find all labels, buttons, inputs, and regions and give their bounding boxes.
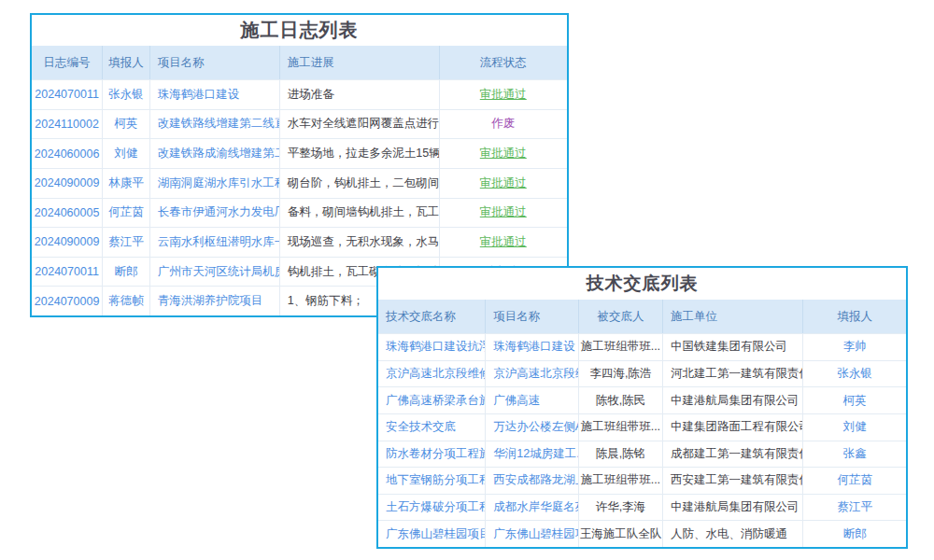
- table-row: 防水卷材分项工程施...华润12城房建工...陈晨,陈铭成都建工第一建筑有限责任…: [378, 441, 906, 468]
- table-row: 2024090009林康平湖南洞庭湖水库引水工程...砌台阶，钩机排土，二包砌间…: [32, 168, 567, 198]
- cell-project[interactable]: 广州市天河区统计局机房...: [150, 258, 280, 287]
- page-title: 施工日志列表: [32, 15, 567, 46]
- cell-reporter[interactable]: 张鑫: [803, 441, 906, 468]
- cell-name[interactable]: 广佛高速桥梁承台施...: [378, 387, 486, 413]
- cell-reporter[interactable]: 蔡江平: [803, 495, 906, 521]
- table-row: 2024060005何芷茵长春市伊通河水力发电厂...备料，砌间墙钩机排土，瓦工…: [32, 198, 567, 228]
- column-header-reporter: 填报人: [103, 46, 149, 79]
- cell-project[interactable]: 长春市伊通河水力发电厂...: [150, 199, 280, 228]
- cell-recipient: 施工班组带班...: [579, 468, 663, 494]
- cell-reporter[interactable]: 柯英: [103, 110, 149, 139]
- cell-project[interactable]: 广东佛山碧桂园项目: [486, 521, 578, 547]
- cell-name[interactable]: 土石方爆破分项工程...: [378, 495, 486, 521]
- table-row: 京沪高速北京段维修...京沪高速北京段维修李四海,陈浩河北建工第一建筑有限责任公…: [378, 360, 906, 387]
- cell-reporter[interactable]: 刘健: [103, 139, 149, 168]
- cell-reporter[interactable]: 林康平: [103, 169, 149, 198]
- cell-project[interactable]: 珠海鹤港口建设: [486, 334, 578, 360]
- cell-progress: 平整场地，拉走多余泥土15辆...: [280, 139, 440, 168]
- cell-id[interactable]: 2024110002: [32, 110, 103, 139]
- cell-unit: 成都建工第一建筑有限责任公司: [663, 441, 803, 468]
- cell-progress: 水车对全线遮阳网覆盖点进行...: [280, 110, 440, 139]
- cell-id[interactable]: 2024060006: [32, 139, 103, 168]
- cell-reporter[interactable]: 蒋德帧: [103, 287, 149, 315]
- cell-name[interactable]: 京沪高速北京段维修...: [378, 361, 486, 387]
- cell-id[interactable]: 2024070011: [32, 258, 103, 287]
- cell-recipient: 施工班组带班...: [579, 334, 663, 360]
- cell-project[interactable]: 华润12城房建工...: [486, 441, 578, 468]
- column-header-status: 流程状态: [440, 46, 567, 79]
- cell-reporter[interactable]: 何芷茵: [803, 468, 906, 494]
- column-header-reporter: 填报人: [803, 300, 906, 333]
- cell-project[interactable]: 万达办公楼左侧A...: [486, 414, 578, 441]
- page-title: 技术交底列表: [378, 268, 906, 300]
- table-row: 地下室钢筋分项工程...西安成都路龙湖上...施工班组带班...西安建工第一建筑…: [378, 467, 906, 494]
- cell-project[interactable]: 改建铁路成渝线增建第二...: [150, 139, 280, 168]
- cell-recipient: 陈晨,陈铭: [579, 441, 663, 468]
- cell-id[interactable]: 2024070011: [32, 80, 103, 109]
- cell-recipient: 王海施工队全队: [579, 521, 663, 547]
- cell-reporter[interactable]: 断郎: [803, 521, 906, 547]
- cell-progress: 砌台阶，钩机排土，二包砌间...: [280, 169, 440, 198]
- table-row: 2024070011张永银珠海鹤港口建设进场准备审批通过: [32, 79, 567, 109]
- cell-project[interactable]: 青海洪湖养护院项目: [150, 287, 280, 315]
- table-header-row: 技术交底名称项目名称被交底人施工单位填报人: [378, 300, 906, 333]
- cell-project[interactable]: 改建铁路线增建第二线直...: [150, 110, 280, 139]
- cell-recipient: 李四海,陈浩: [579, 361, 663, 387]
- cell-recipient: 施工班组带班...: [579, 414, 663, 441]
- cell-reporter[interactable]: 刘健: [803, 414, 906, 441]
- cell-status[interactable]: 审批通过: [440, 80, 567, 109]
- table-row: 土石方爆破分项工程...成都水岸华庭名苑...许华,李海中建港航局集团有限公司蔡…: [378, 494, 906, 521]
- cell-project[interactable]: 京沪高速北京段维修: [486, 361, 578, 387]
- cell-reporter[interactable]: 蔡江平: [103, 228, 149, 257]
- table-row: 安全技术交底万达办公楼左侧A...施工班组带班...中建集团路面工程有限公司刘健: [378, 413, 906, 441]
- cell-unit: 中建港航局集团有限公司: [663, 387, 803, 413]
- cell-progress: 进场准备: [280, 80, 440, 109]
- cell-unit: 西安建工第一建筑有限责任公司: [663, 468, 803, 494]
- column-header-name: 技术交底名称: [378, 300, 486, 333]
- cell-reporter[interactable]: 张永银: [803, 361, 906, 387]
- cell-unit: 河北建工第一建筑有限责任公司: [663, 361, 803, 387]
- cell-name[interactable]: 广东佛山碧桂园项目...: [378, 521, 486, 547]
- cell-id[interactable]: 2024060005: [32, 199, 103, 228]
- cell-project[interactable]: 珠海鹤港口建设: [150, 80, 280, 109]
- table-row: 广东佛山碧桂园项目...广东佛山碧桂园项目王海施工队全队人防、水电、消防暖通断郎: [378, 520, 906, 547]
- cell-id[interactable]: 2024090009: [32, 169, 103, 198]
- column-header-project: 项目名称: [150, 46, 280, 79]
- cell-reporter[interactable]: 何芷茵: [103, 199, 149, 228]
- table-body: 珠海鹤港口建设抗浮...珠海鹤港口建设施工班组带班...中国铁建集团有限公司李帅…: [378, 333, 906, 547]
- cell-status[interactable]: 审批通过: [440, 139, 567, 168]
- cell-reporter[interactable]: 断郎: [103, 258, 149, 287]
- cell-reporter[interactable]: 张永银: [103, 80, 149, 109]
- cell-name[interactable]: 珠海鹤港口建设抗浮...: [378, 334, 486, 360]
- cell-progress: 现场巡查，无积水现象，水马...: [280, 228, 440, 257]
- cell-unit: 中建集团路面工程有限公司: [663, 414, 803, 441]
- cell-status[interactable]: 审批通过: [440, 199, 567, 228]
- cell-name[interactable]: 安全技术交底: [378, 414, 486, 441]
- cell-reporter[interactable]: 柯英: [803, 387, 906, 413]
- cell-reporter[interactable]: 李帅: [803, 334, 906, 360]
- column-header-id: 日志编号: [32, 46, 103, 79]
- cell-unit: 中国铁建集团有限公司: [663, 334, 803, 360]
- cell-name[interactable]: 防水卷材分项工程施...: [378, 441, 486, 468]
- table-row: 广佛高速桥梁承台施...广佛高速陈牧,陈民中建港航局集团有限公司柯英: [378, 386, 906, 413]
- cell-project[interactable]: 广佛高速: [486, 387, 578, 413]
- cell-status[interactable]: 审批通过: [440, 169, 567, 198]
- cell-unit: 中建港航局集团有限公司: [663, 495, 803, 521]
- cell-status[interactable]: 审批通过: [440, 228, 567, 257]
- cell-id[interactable]: 2024070009: [32, 287, 103, 315]
- cell-recipient: 陈牧,陈民: [579, 387, 663, 413]
- cell-project[interactable]: 西安成都路龙湖上...: [486, 468, 578, 494]
- cell-project[interactable]: 云南水利枢纽潜明水库一...: [150, 228, 280, 257]
- column-header-project: 项目名称: [486, 300, 578, 333]
- table-row: 2024110002柯英改建铁路线增建第二线直...水车对全线遮阳网覆盖点进行.…: [32, 109, 567, 139]
- table-row: 2024090009蔡江平云南水利枢纽潜明水库一...现场巡查，无积水现象，水马…: [32, 227, 567, 257]
- cell-status[interactable]: 作废: [440, 110, 567, 139]
- cell-name[interactable]: 地下室钢筋分项工程...: [378, 468, 486, 494]
- table-row: 2024060006刘健改建铁路成渝线增建第二...平整场地，拉走多余泥土15辆…: [32, 138, 567, 168]
- column-header-unit: 施工单位: [663, 300, 803, 333]
- cell-id[interactable]: 2024090009: [32, 228, 103, 257]
- cell-project[interactable]: 成都水岸华庭名苑...: [486, 495, 578, 521]
- cell-unit: 人防、水电、消防暖通: [663, 521, 803, 547]
- cell-progress: 备料，砌间墙钩机排土，瓦工...: [280, 199, 440, 228]
- cell-project[interactable]: 湖南洞庭湖水库引水工程...: [150, 169, 280, 198]
